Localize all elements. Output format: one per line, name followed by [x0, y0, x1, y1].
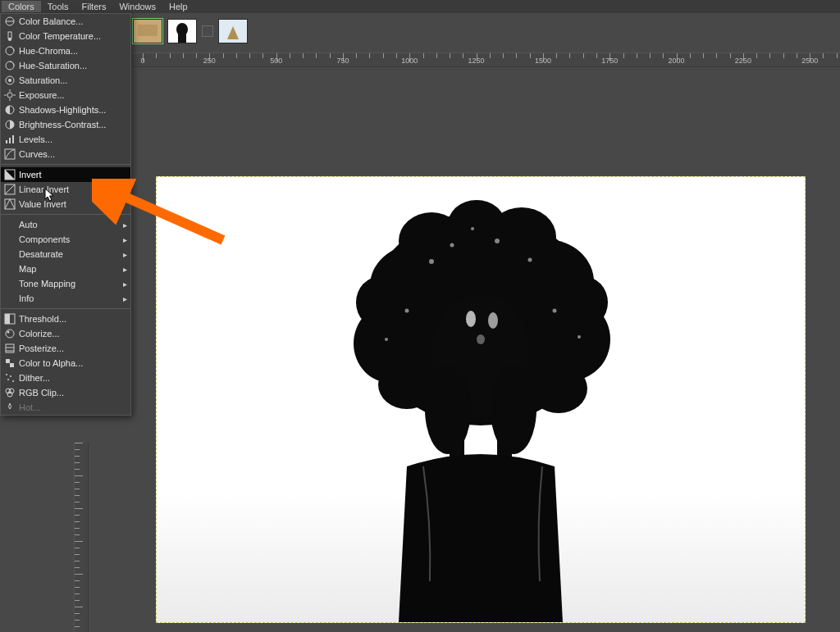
svg-rect-30: [6, 359, 10, 363]
dither-icon: [4, 372, 16, 384]
menu-item-threshold[interactable]: Threshold...: [1, 311, 130, 326]
document-thumb-spacer: [202, 25, 213, 37]
menu-tools[interactable]: Tools: [41, 1, 75, 12]
menu-colors[interactable]: Colors: [2, 1, 41, 12]
invert-icon: [4, 169, 16, 180]
menu-item-saturation[interactable]: Saturation...: [1, 73, 130, 88]
menu-item-components[interactable]: Components▸: [1, 232, 130, 247]
menu-item-label: Info: [19, 293, 119, 303]
ruler-tick-label: 1500: [535, 57, 551, 65]
svg-point-26: [7, 331, 10, 334]
thresh-icon: [4, 313, 16, 325]
menu-item-map[interactable]: Map▸: [1, 261, 130, 276]
menu-item-label: Auto: [19, 220, 119, 230]
menu-item-posterize[interactable]: Posterize...: [1, 341, 130, 356]
menu-item-label: Color Temperature...: [19, 31, 127, 41]
bright-icon: [4, 119, 16, 130]
ruler-tick-label: 1250: [468, 57, 485, 65]
ruler-tick-label: 1750: [601, 57, 618, 65]
poster-icon: [4, 343, 16, 354]
menu-item-curves[interactable]: Curves...: [1, 147, 130, 161]
menu-item-hue-chroma[interactable]: Hue-Chroma...: [1, 43, 130, 58]
svg-point-72: [488, 312, 498, 329]
svg-point-67: [471, 227, 474, 230]
menu-item-label: Color Balance...: [19, 16, 127, 26]
menu-item-levels[interactable]: Levels...: [1, 132, 130, 147]
svg-point-65: [385, 338, 388, 341]
menu-item-label: Value Invert: [19, 199, 127, 209]
menu-item-label: Threshold...: [19, 314, 127, 324]
menu-item-label: Map: [19, 264, 119, 274]
submenu-arrow-icon: ▸: [119, 221, 127, 230]
menu-item-label: Hue-Saturation...: [19, 61, 127, 70]
svg-point-33: [10, 375, 11, 377]
ruler-horizontal: 02505007501000125015001750200022502500: [133, 52, 840, 67]
svg-rect-31: [10, 363, 14, 367]
menu-item-auto[interactable]: Auto▸: [1, 217, 130, 232]
menu-item-color-temperature[interactable]: Color Temperature...: [1, 29, 130, 43]
menu-item-rgb-clip[interactable]: RGB Clip...: [1, 385, 130, 400]
menu-item-label: Invert: [19, 170, 127, 180]
ruler-tick-label: 0: [140, 57, 144, 65]
document-thumb-1[interactable]: [133, 19, 162, 43]
menu-item-exposure[interactable]: Exposure...: [1, 88, 130, 102]
ruler-tick-label: 2000: [669, 57, 685, 65]
image-content: [308, 196, 653, 622]
svg-point-44: [176, 23, 188, 36]
document-thumb-3[interactable]: [218, 19, 248, 43]
menu-item-label: RGB Clip...: [19, 388, 127, 398]
menu-item-brightness-contrast[interactable]: Brightness-Contrast...: [1, 117, 130, 132]
menu-item-value-invert[interactable]: Value Invert: [1, 197, 130, 211]
submenu-arrow-icon: ▸: [119, 250, 127, 259]
svg-point-64: [553, 309, 557, 313]
levels-icon: [4, 134, 16, 145]
sat-icon: [4, 75, 16, 86]
menu-item-label: Posterize...: [19, 343, 127, 353]
svg-point-71: [466, 311, 476, 327]
submenu-arrow-icon: ▸: [119, 280, 127, 289]
svg-point-35: [12, 380, 14, 382]
menubar: ColorsToolsFiltersWindowsHelp: [0, 0, 840, 13]
menu-help[interactable]: Help: [162, 1, 194, 12]
shadow-icon: [4, 104, 16, 116]
svg-point-59: [429, 259, 434, 264]
menu-item-shadows-highlights[interactable]: Shadows-Highlights...: [1, 102, 130, 117]
menu-item-label: Curves...: [19, 149, 127, 159]
menu-filters[interactable]: Filters: [75, 1, 112, 12]
menu-item-dither[interactable]: Dither...: [1, 371, 130, 385]
menu-item-linear-invert[interactable]: Linear Invert: [1, 182, 130, 197]
svg-rect-2: [8, 32, 11, 39]
menu-item-label: Tone Mapping: [19, 279, 119, 289]
balance-icon: [4, 16, 16, 27]
menu-item-colorize[interactable]: Colorize...: [1, 326, 130, 341]
menu-item-hue-saturation[interactable]: Hue-Saturation...: [1, 58, 130, 73]
canvas[interactable]: [156, 176, 806, 623]
svg-point-7: [8, 79, 11, 82]
svg-point-34: [7, 379, 9, 380]
menu-item-color-balance[interactable]: Color Balance...: [1, 14, 130, 29]
ruler-tick-label: 500: [270, 57, 282, 65]
menu-item-info[interactable]: Info▸: [1, 291, 130, 306]
menu-item-color-to-alpha[interactable]: Color to Alpha...: [1, 356, 130, 371]
svg-point-66: [578, 335, 581, 339]
menu-windows[interactable]: Windows: [112, 1, 162, 12]
menu-item-desaturate[interactable]: Desaturate▸: [1, 247, 130, 261]
hue-icon: [4, 60, 16, 71]
svg-rect-45: [178, 34, 186, 43]
menu-item-label: Components: [19, 234, 119, 244]
menu-item-label: Colorize...: [19, 329, 127, 339]
svg-point-56: [559, 276, 608, 329]
menu-item-tone-mapping[interactable]: Tone Mapping▸: [1, 276, 130, 291]
ruler-tick-label: 2250: [735, 57, 751, 65]
menu-item-invert[interactable]: Invert: [1, 167, 130, 182]
expo-icon: [4, 89, 16, 101]
menu-item-label: Levels...: [19, 134, 127, 144]
document-thumb-2[interactable]: [167, 19, 197, 43]
ruler-tick-label: 750: [336, 57, 349, 65]
menu-item-label: Shadows-Highlights...: [19, 105, 127, 115]
blank-icon: [4, 293, 16, 304]
colors-menu-dropdown: Color Balance...Color Temperature...Hue-…: [0, 13, 131, 416]
submenu-arrow-icon: ▸: [119, 294, 127, 303]
blank-icon: [4, 263, 16, 275]
svg-point-3: [8, 38, 11, 41]
